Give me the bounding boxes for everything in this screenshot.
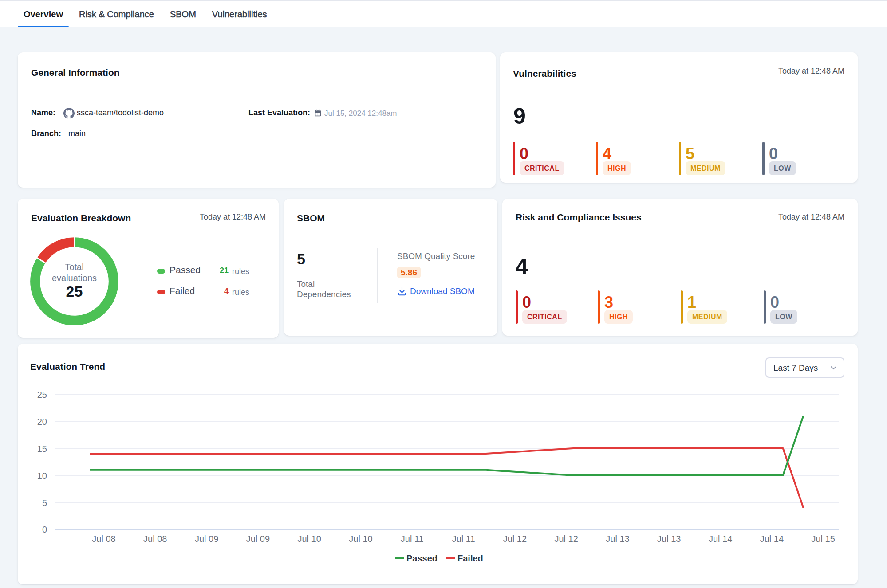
- svg-text:Failed: Failed: [457, 553, 483, 563]
- svg-text:10: 10: [37, 471, 47, 481]
- svg-text:Jul 13: Jul 13: [606, 534, 629, 544]
- svg-text:Jul 14: Jul 14: [709, 534, 732, 544]
- svg-text:Jul 09: Jul 09: [246, 534, 270, 544]
- svg-text:Jul 11: Jul 11: [401, 534, 424, 544]
- svg-text:15: 15: [37, 444, 47, 454]
- svg-text:Jul 15: Jul 15: [812, 534, 835, 544]
- svg-text:Jul 13: Jul 13: [657, 534, 681, 544]
- svg-text:Jul 12: Jul 12: [503, 534, 527, 544]
- svg-text:Jul 10: Jul 10: [298, 534, 321, 544]
- svg-text:Passed: Passed: [406, 553, 438, 563]
- svg-text:Jul 12: Jul 12: [555, 534, 578, 544]
- svg-text:20: 20: [37, 417, 47, 427]
- svg-text:Jul 10: Jul 10: [349, 534, 372, 544]
- svg-text:25: 25: [37, 390, 47, 400]
- svg-text:Jul 08: Jul 08: [143, 534, 167, 544]
- svg-text:Jul 11: Jul 11: [452, 534, 475, 544]
- svg-text:0: 0: [42, 525, 47, 534]
- svg-text:Jul 08: Jul 08: [92, 534, 115, 544]
- svg-text:Jul 09: Jul 09: [195, 534, 218, 544]
- svg-text:Jul 14: Jul 14: [760, 534, 784, 544]
- svg-text:5: 5: [42, 498, 47, 508]
